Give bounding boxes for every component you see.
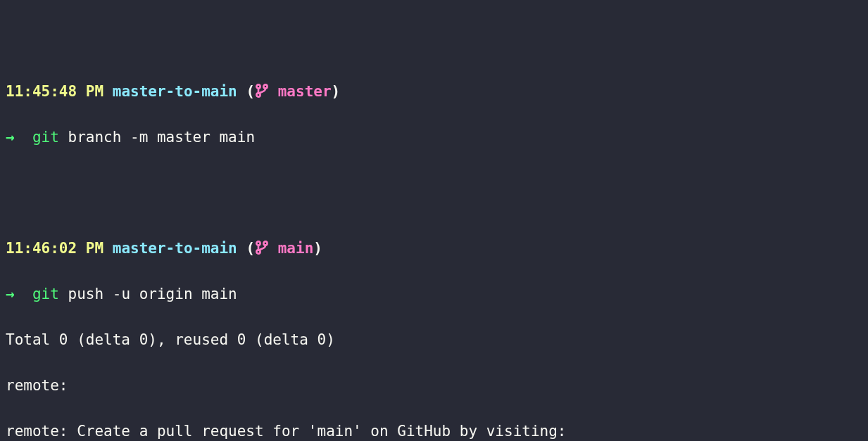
prompt-close-paren: ) xyxy=(313,240,322,257)
prompt-repo: master-to-main xyxy=(113,83,237,100)
prompt-line: 11:46:02 PM master-to-main ( main) xyxy=(6,237,862,260)
prompt-line: 11:45:48 PM master-to-main ( master) xyxy=(6,80,862,103)
command-line[interactable]: → git branch -m master main xyxy=(6,126,862,149)
prompt-time: 11:45:48 PM xyxy=(6,83,103,100)
prompt-arrow-icon: → xyxy=(6,129,15,146)
terminal[interactable]: 11:45:48 PM master-to-main ( master) → g… xyxy=(0,0,868,441)
prompt-branch: master xyxy=(278,83,332,100)
output-line: remote: xyxy=(6,374,862,397)
prompt-time: 11:46:02 PM xyxy=(6,240,103,257)
output-line: remote: Create a pull request for 'main'… xyxy=(6,420,862,441)
command-args: branch -m master main xyxy=(68,129,256,146)
command-line[interactable]: → git push -u origin main xyxy=(6,283,862,306)
git-branch-icon xyxy=(255,83,269,98)
prompt-arrow-icon: → xyxy=(6,286,15,302)
command-args: push -u origin main xyxy=(68,286,237,302)
git-branch-icon xyxy=(255,240,269,255)
prompt-branch: main xyxy=(278,240,314,257)
prompt-open-paren: ( xyxy=(246,83,255,100)
prompt-open-paren: ( xyxy=(246,240,255,257)
output-line: Total 0 (delta 0), reused 0 (delta 0) xyxy=(6,328,862,352)
prompt-close-paren: ) xyxy=(332,83,341,100)
prompt-repo: master-to-main xyxy=(113,240,237,257)
command-bin: git xyxy=(32,286,59,302)
command-bin: git xyxy=(32,129,59,146)
